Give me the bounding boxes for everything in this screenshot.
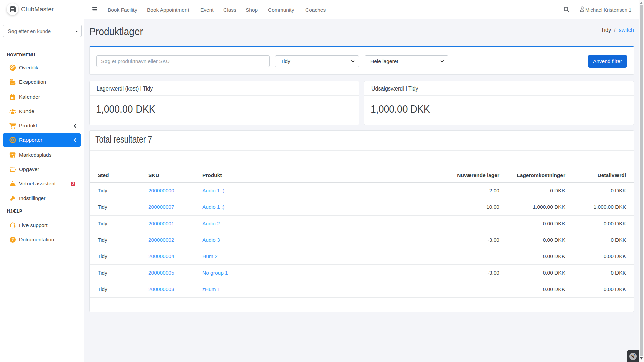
svg-text:?: ? <box>11 238 14 242</box>
